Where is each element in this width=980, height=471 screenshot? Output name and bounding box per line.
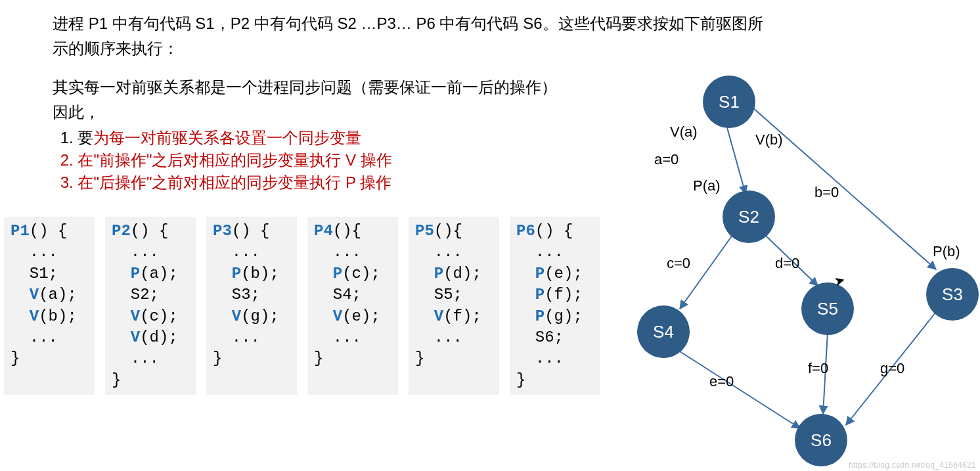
node-s4: S4 [637, 305, 690, 358]
p2-l1: () { [131, 222, 169, 240]
p3-l4: S3; [232, 286, 260, 303]
edge-label-e0: e=0 [709, 373, 734, 390]
edge-label-a0: a=0 [654, 151, 679, 168]
p4-l7: } [314, 349, 323, 367]
p1-l4: (a); [39, 286, 77, 303]
p2-l7: ... [131, 349, 159, 367]
p4-fn: P4 [314, 222, 333, 240]
code-p4: P4(){ ... P(c); S4; V(e); ... } [307, 217, 398, 395]
p2-op3: V [131, 328, 140, 346]
edge-label-pa: P(a) [693, 177, 721, 194]
p1-fn: P1 [11, 222, 30, 240]
p6-l5: (g); [545, 307, 583, 325]
precedence-graph: S1 S2 S3 S4 S5 S6 V(a) V(b) a=0 P(a) b=0… [617, 66, 980, 471]
p4-l5: (e); [342, 307, 380, 325]
p2-fn: P2 [112, 222, 131, 240]
p3-l2: ... [232, 243, 260, 261]
intro-li-1-red: 为每一对前驱关系各设置一个同步变量 [93, 129, 361, 146]
p6-op2: P [535, 286, 545, 303]
p5-op2: V [434, 307, 443, 325]
p3-l7: } [213, 349, 222, 367]
p4-l3: (c); [342, 265, 380, 282]
p5-l6: ... [434, 328, 462, 346]
intro-li-1-black: 要 [78, 129, 93, 146]
p5-l4: S5; [434, 286, 462, 303]
p4-op2: V [333, 307, 342, 325]
p3-l5: (g); [241, 307, 279, 325]
p5-l2: ... [434, 243, 462, 261]
p3-fn: P3 [213, 222, 232, 240]
node-s2: S2 [723, 191, 775, 243]
p6-l2: ... [535, 243, 564, 261]
p5-l3: (d); [443, 265, 481, 282]
edge-label-vb: V(b) [755, 131, 783, 148]
p2-op2: V [131, 307, 140, 325]
edge-label-va: V(a) [670, 123, 698, 141]
p1-l2: ... [30, 243, 58, 261]
p3-l6: ... [232, 328, 260, 346]
page-root: 进程 P1 中有句代码 S1，P2 中有句代码 S2 …P3… P6 中有句代码… [0, 0, 980, 471]
node-s5: S5 [801, 282, 854, 335]
code-p5: P5(){ ... P(d); S5; V(f); ... } [409, 217, 499, 395]
p6-fn: P6 [516, 222, 535, 240]
p4-l6: ... [333, 328, 361, 346]
p1-l5: (b); [39, 307, 77, 325]
p6-l6: S6; [535, 328, 564, 346]
p6-l7: ... [535, 349, 564, 367]
svg-line-0 [724, 118, 746, 194]
node-s3: S3 [926, 268, 979, 321]
p1-op2: V [30, 307, 39, 325]
p6-l4: (f); [545, 286, 583, 303]
p2-l2: ... [131, 243, 159, 261]
p2-l6: (d); [140, 328, 178, 346]
p5-fn: P5 [415, 222, 434, 240]
p3-op1: P [232, 265, 241, 282]
p2-l3: (a); [140, 265, 178, 282]
intro-line-1: 进程 P1 中有句代码 S1，P2 中有句代码 S2 …P3… P6 中有句代码… [53, 13, 980, 34]
p2-l8: } [112, 371, 121, 389]
edge-label-pb: P(b) [933, 243, 960, 260]
code-p3: P3() { ... P(b); S3; V(g); ... } [206, 217, 297, 395]
p1-op1: V [30, 286, 39, 303]
intro-line-2: 示的顺序来执行： [53, 38, 980, 59]
code-row: P1() { ... S1; V(a); V(b); ... } P2() { … [4, 217, 600, 395]
svg-line-4 [680, 351, 800, 428]
p6-l8: } [516, 371, 525, 389]
p1-l7: } [11, 349, 20, 367]
edge-label-d0: d=0 [775, 255, 799, 272]
p4-op1: P [333, 265, 342, 282]
p6-op1: P [535, 265, 545, 282]
svg-line-2 [680, 235, 732, 309]
p5-l1: (){ [434, 222, 462, 240]
p2-l4: S2; [131, 286, 159, 303]
edge-label-g0: g=0 [880, 360, 904, 377]
p4-l1: (){ [333, 222, 361, 240]
code-p2: P2() { ... P(a); S2; V(c); V(d); ... } [105, 217, 196, 395]
p1-l3: S1; [30, 265, 58, 282]
p3-l1: () { [232, 222, 270, 240]
watermark-text: https://blog.csdn.net/qq_41684621 [849, 460, 976, 470]
p2-l5: (c); [140, 307, 178, 325]
p4-l4: S4; [333, 286, 361, 303]
p5-l5: (f); [443, 307, 481, 325]
p6-l3: (e); [545, 265, 583, 282]
edge-label-c0: c=0 [667, 255, 690, 272]
p1-l6: ... [30, 328, 58, 346]
p3-l3: (b); [241, 265, 279, 282]
edge-label-f0: f=0 [808, 360, 828, 377]
p6-l1: () { [535, 222, 573, 240]
p6-op3: P [535, 307, 545, 325]
code-p6: P6() { ... P(e); P(f); P(g); S6; ... } [510, 217, 600, 395]
p5-l7: } [415, 349, 424, 367]
p4-l2: ... [333, 243, 361, 261]
p1-l1: () { [30, 222, 68, 240]
p3-op2: V [232, 307, 241, 325]
node-s1: S1 [703, 76, 755, 128]
edge-label-b0: b=0 [814, 184, 839, 201]
p5-op1: P [434, 265, 443, 282]
node-s6: S6 [795, 414, 847, 466]
code-p1: P1() { ... S1; V(a); V(b); ... } [4, 217, 95, 395]
p2-op1: P [131, 265, 140, 282]
